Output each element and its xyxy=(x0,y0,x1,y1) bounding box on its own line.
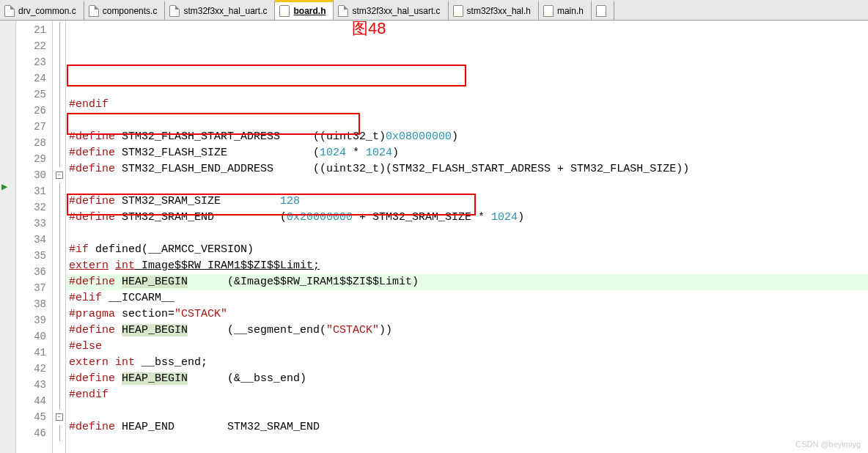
line-number: 33 xyxy=(16,216,52,232)
code-line[interactable] xyxy=(66,403,868,419)
line-number: 37 xyxy=(16,280,52,296)
fold-marker[interactable] xyxy=(53,54,65,70)
file-icon xyxy=(279,5,290,17)
file-icon xyxy=(453,5,463,17)
tab-stm32f3xx_hal_uart-c[interactable]: stm32f3xx_hal_uart.c xyxy=(165,0,275,20)
fold-marker[interactable] xyxy=(53,86,65,103)
line-number: 45 xyxy=(16,409,52,425)
file-icon xyxy=(596,5,606,17)
line-number: 32 xyxy=(16,199,52,216)
code-line[interactable]: #else xyxy=(66,339,868,355)
code-editor: ▶ 21222324252627282930313233343536373839… xyxy=(0,21,868,453)
tab-label: stm32f3xx_hal_uart.c xyxy=(183,6,267,16)
breakpoint-margin[interactable]: ▶ xyxy=(0,21,16,453)
tab-bar: drv_common.ccomponents.cstm32f3xx_hal_ua… xyxy=(0,0,868,21)
fold-marker[interactable] xyxy=(53,119,65,135)
tab-label: board.h xyxy=(293,6,326,16)
line-number: 35 xyxy=(16,248,52,264)
code-line[interactable]: #endif xyxy=(66,97,868,113)
code-area[interactable]: 图48 #endif#define STM32_FLASH_START_ADRE… xyxy=(66,21,868,453)
file-icon xyxy=(89,5,99,17)
fold-marker[interactable] xyxy=(53,264,65,280)
code-line[interactable]: #pragma section="CSTACK" xyxy=(66,306,868,323)
fold-marker[interactable]: - xyxy=(53,167,65,183)
file-icon xyxy=(338,5,348,17)
code-line[interactable]: #if defined(__ARMCC_VERSION) xyxy=(66,242,868,258)
line-number: 26 xyxy=(16,103,52,119)
line-number: 23 xyxy=(16,54,52,70)
highlight-box-1 xyxy=(67,65,466,86)
line-number: 44 xyxy=(16,393,52,409)
line-number: 22 xyxy=(16,38,52,54)
line-number: 42 xyxy=(16,361,52,377)
line-number: 30 xyxy=(16,167,52,183)
code-line[interactable]: #elif __ICCARM__ xyxy=(66,290,868,306)
line-number: 38 xyxy=(16,296,52,312)
fold-marker[interactable] xyxy=(53,248,65,264)
line-number: 21 xyxy=(16,22,52,38)
tab-stm32f3xx_hal-h[interactable]: stm32f3xx_hal.h xyxy=(449,0,539,20)
code-line[interactable]: #endif xyxy=(66,387,868,403)
tab-main-h[interactable]: main.h xyxy=(539,0,592,20)
line-number: 41 xyxy=(16,345,52,361)
code-line[interactable]: #define STM32_SRAM_SIZE 128 xyxy=(66,194,868,210)
code-line[interactable] xyxy=(66,435,868,452)
tab-drv_common-c[interactable]: drv_common.c xyxy=(0,0,84,20)
line-number-gutter: 2122232425262728293031323334353637383940… xyxy=(16,21,53,453)
fold-marker[interactable] xyxy=(53,151,65,167)
fold-marker[interactable] xyxy=(53,70,65,86)
file-icon xyxy=(543,5,553,17)
fold-marker[interactable] xyxy=(53,199,65,216)
line-number: 39 xyxy=(16,312,52,328)
code-line[interactable] xyxy=(66,226,868,242)
tab-label: main.h xyxy=(557,6,584,16)
file-icon xyxy=(4,5,15,17)
code-line[interactable]: #define HEAP_BEGIN (&Image$$RW_IRAM1$$ZI… xyxy=(66,274,868,290)
tab-overflow[interactable] xyxy=(592,0,614,20)
fold-marker[interactable] xyxy=(53,393,65,409)
code-line[interactable] xyxy=(66,113,868,129)
line-number: 25 xyxy=(16,86,52,103)
fold-marker[interactable]: - xyxy=(53,409,65,425)
line-number: 43 xyxy=(16,377,52,393)
code-line[interactable]: extern int __bss_end; xyxy=(66,355,868,371)
fold-marker[interactable] xyxy=(53,38,65,54)
tab-label: stm32f3xx_hal_usart.c xyxy=(352,6,440,16)
line-number: 29 xyxy=(16,151,52,167)
fold-marker[interactable] xyxy=(53,345,65,361)
fold-marker[interactable] xyxy=(53,280,65,296)
code-line[interactable]: #define HEAP_END STM32_SRAM_END xyxy=(66,419,868,435)
tab-label: stm32f3xx_hal.h xyxy=(467,6,531,16)
fold-marker[interactable] xyxy=(53,135,65,151)
code-line[interactable]: #define HEAP_BEGIN (&__bss_end) xyxy=(66,371,868,387)
fold-marker[interactable] xyxy=(53,361,65,377)
line-number: 31 xyxy=(16,183,52,199)
tab-components-c[interactable]: components.c xyxy=(84,0,166,20)
fold-marker[interactable] xyxy=(53,328,65,345)
file-icon xyxy=(169,5,180,17)
tab-label: drv_common.c xyxy=(18,6,76,16)
tab-stm32f3xx_hal_usart-c[interactable]: stm32f3xx_hal_usart.c xyxy=(334,0,448,20)
line-number: 24 xyxy=(16,70,52,86)
fold-marker[interactable] xyxy=(53,216,65,232)
code-line[interactable]: #define STM32_FLASH_SIZE (1024 * 1024) xyxy=(66,145,868,161)
fold-marker[interactable] xyxy=(53,22,65,38)
code-line[interactable]: #define STM32_FLASH_START_ADRESS ((uint3… xyxy=(66,129,868,145)
fold-marker[interactable] xyxy=(53,232,65,248)
watermark: CSDN @beyimiyg xyxy=(795,440,861,449)
fold-marker[interactable] xyxy=(53,103,65,119)
tab-board-h[interactable]: board.h xyxy=(275,0,334,20)
code-line[interactable]: #define STM32_SRAM_END (0x20000000 + STM… xyxy=(66,210,868,226)
fold-marker[interactable] xyxy=(53,377,65,393)
code-line[interactable]: #define STM32_FLASH_END_ADDRESS ((uint32… xyxy=(66,161,868,177)
fold-marker[interactable] xyxy=(53,296,65,312)
line-number: 40 xyxy=(16,328,52,345)
code-line[interactable] xyxy=(66,177,868,194)
fold-marker[interactable] xyxy=(53,425,65,441)
fold-marker[interactable] xyxy=(53,312,65,328)
fold-marker[interactable] xyxy=(53,183,65,199)
code-line[interactable]: #define HEAP_BEGIN (__segment_end("CSTAC… xyxy=(66,323,868,339)
fold-gutter[interactable]: -- xyxy=(53,21,66,453)
code-line[interactable]: extern int Image$$RW_IRAM1$$ZI$$Limit; xyxy=(66,258,868,274)
line-number: 36 xyxy=(16,264,52,280)
